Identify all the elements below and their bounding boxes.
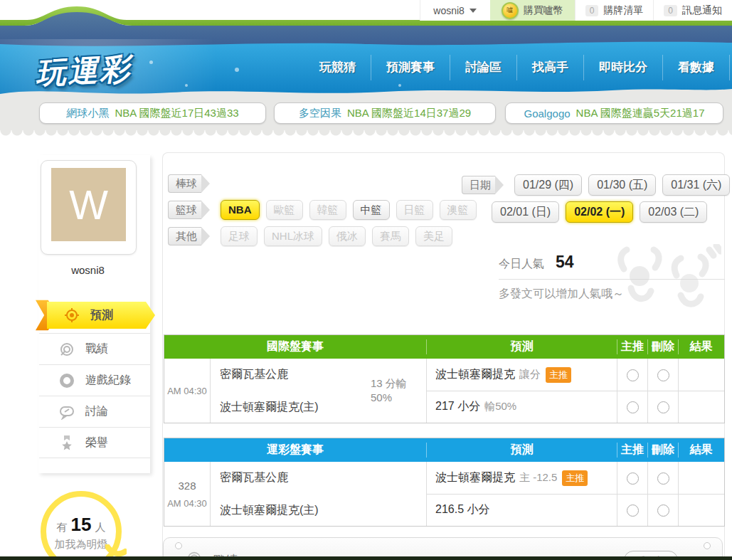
avatar-letter: W: [69, 181, 108, 228]
sparkle-dot: [235, 68, 239, 72]
hot-player-pill[interactable]: 多空因果 NBA 國際盤近14日37過29: [274, 102, 496, 124]
game-time: AM 04:30: [167, 498, 207, 509]
column-header-delete: 刪除: [647, 339, 678, 354]
sidebar-item-label: 榮譽: [85, 435, 108, 450]
followers-prefix: 有: [57, 521, 68, 534]
prediction-pick: 216.5 小分: [435, 502, 489, 517]
date-button-0202[interactable]: 02/02 (一): [566, 201, 633, 223]
hot-player-record: NBA 國際盤近14日37過29: [347, 107, 471, 120]
cheer-watermark: [590, 244, 721, 322]
followers-caption: 加我為明燈: [55, 538, 108, 551]
target-swirl-icon: [59, 342, 75, 357]
crosshair-icon: [64, 307, 80, 323]
date-filter-row-2: 02/01 (日) 02/02 (一) 02/03 (二): [492, 201, 707, 223]
main-panel: 棒球 籃球 NBA 歐籃 韓籃 中籃 日籃 澳籃 其他 足球 NHL冰球 俄冰 …: [162, 152, 725, 560]
hot-player-pill[interactable]: 網球小黑 NBA 國際盤近17日43過33: [39, 102, 266, 124]
followers-suffix: 人: [95, 521, 105, 534]
hot-player-record: NBA 國際盤連贏5天21過17: [576, 107, 705, 120]
delete-radio[interactable]: [657, 472, 669, 485]
deco-ring-icon: [175, 542, 182, 549]
sidebar-item-game-history[interactable]: 遊戲紀錄: [39, 364, 150, 396]
hot-player-record: NBA 國際盤近17日43過33: [115, 107, 238, 120]
buy-coins-button[interactable]: 嚧 購買嚧幣: [490, 0, 575, 21]
followers-count: 15: [71, 514, 92, 536]
avatar-card[interactable]: W: [41, 160, 137, 255]
nav-item-player-search[interactable]: 玩家搜尋: [729, 55, 732, 80]
league-button-soccer: 足球: [221, 226, 258, 246]
column-header-event: 國際盤賽事: [164, 339, 426, 354]
prediction-cell: 波士頓塞爾提克 主 -12.5 主推: [427, 462, 617, 494]
medal-icon: [59, 435, 75, 450]
sidebar-item-honors[interactable]: 榮譽: [39, 427, 150, 458]
date-filter-row-1: 日期 01/29 (四) 01/30 (五) 01/31 (六): [462, 174, 730, 196]
league-button-russian-hockey: 俄冰: [329, 226, 366, 246]
main-push-radio[interactable]: [627, 369, 639, 381]
sidebar-item-discussions[interactable]: 討論: [39, 396, 150, 427]
date-button-0131[interactable]: 01/31 (六): [662, 174, 730, 196]
deco-ring-icon: [704, 542, 711, 549]
delete-radio[interactable]: [657, 369, 669, 381]
date-button-0130[interactable]: 01/30 (五): [588, 174, 656, 196]
filter-row-basketball: 籃球 NBA 歐籃 韓籃 中籃 日籃 澳籃: [168, 200, 477, 220]
nav-item-find-experts[interactable]: 找高手: [516, 55, 583, 80]
league-button-nba[interactable]: NBA: [221, 200, 260, 220]
prediction-type: 讓分: [519, 368, 541, 381]
top-bar: wosni8 嚧 購買嚧幣 0 購牌清單 0 訊息通知: [420, 0, 732, 21]
date-button-0201[interactable]: 02/01 (日): [492, 201, 559, 223]
nav-item-stats[interactable]: 看數據: [662, 55, 729, 80]
sidebar-item-label: 預測: [90, 308, 113, 323]
main-push-badge: 主推: [546, 367, 571, 383]
user-menu[interactable]: wosni8: [420, 0, 490, 21]
main-nav: 玩競猜 預測賽事 討論區 找高手 即時比分 看數據 玩家搜尋: [304, 55, 732, 80]
prediction-cell: 波士頓塞爾提克 讓分 主推: [427, 359, 617, 391]
popularity-row: 今日人氣 54: [499, 253, 574, 272]
table-row: 328 AM 04:30 密爾瓦基公鹿 波士頓塞爾提克(主) 波士頓塞爾提克 主…: [164, 462, 724, 526]
date-button-0129[interactable]: 01/29 (四): [514, 174, 582, 196]
league-button-japan: 日籃: [396, 200, 433, 220]
prediction-pick: 波士頓塞爾提克: [435, 367, 515, 382]
handicap-line: 13 分輸 50%: [371, 376, 407, 405]
main-push-badge: 主推: [562, 470, 588, 486]
nav-item-forum[interactable]: 討論區: [450, 55, 516, 80]
sport-tag-baseball: 棒球: [168, 174, 201, 193]
nav-item-live-scores[interactable]: 即時比分: [583, 55, 662, 80]
prediction-cell: 217 小分 輸50%: [427, 391, 617, 423]
table-row: AM 04:30 密爾瓦基公鹿 波士頓塞爾提克(主) 13 分輸 50% 波士頓…: [164, 359, 724, 423]
game-time-cell: 328 AM 04:30: [164, 462, 210, 526]
sidebar-item-record[interactable]: 戰績: [39, 333, 150, 364]
prediction-type: 主 -12.5: [519, 471, 557, 485]
date-button-0203[interactable]: 02/03 (二): [640, 201, 707, 223]
followers-line: 有 15 人: [57, 514, 106, 536]
bottom-edge-bar: [0, 556, 732, 560]
league-button-china[interactable]: 中籃: [353, 200, 390, 220]
game-time-cell: AM 04:30: [164, 359, 210, 423]
away-team: 密爾瓦基公鹿: [220, 470, 288, 485]
filter-row-baseball: 棒球: [168, 174, 214, 193]
sidebar-item-label: 討論: [85, 404, 108, 419]
home-team: 波士頓塞爾提克(主): [220, 503, 319, 518]
popularity-label: 今日人氣: [499, 257, 544, 272]
sidebar-item-label: 戰績: [85, 342, 108, 356]
main-push-radio[interactable]: [627, 472, 639, 485]
nav-item-play-quiz[interactable]: 玩競猜: [304, 55, 371, 80]
avatar: W: [51, 168, 126, 241]
prediction-pick: 波士頓塞爾提克: [435, 470, 515, 485]
hot-player-pill[interactable]: Goalgogo NBA 國際盤連贏5天21過17: [505, 102, 723, 124]
sidebar-item-predictions[interactable]: 預測: [47, 302, 155, 329]
delete-radio[interactable]: [657, 504, 669, 517]
buy-coins-label: 購買嚧幣: [524, 4, 563, 17]
site-logo[interactable]: 玩運彩: [35, 49, 133, 94]
filter-row-other: 其他 足球 NHL冰球 俄冰 賽馬 美足: [168, 226, 452, 246]
column-header-prediction: 預測: [426, 443, 617, 458]
league-button-football: 美足: [415, 226, 452, 246]
column-header-event: 運彩盤賽事: [164, 443, 426, 458]
main-push-radio[interactable]: [627, 504, 639, 517]
league-button-euro: 歐籃: [266, 200, 303, 220]
nav-item-predict-games[interactable]: 預測賽事: [371, 55, 450, 80]
league-button-nhl: NHL冰球: [264, 226, 322, 246]
main-push-radio[interactable]: [627, 401, 639, 413]
ring-icon: [59, 373, 75, 389]
cart-menu[interactable]: 0 購牌清單: [575, 0, 654, 21]
delete-radio[interactable]: [657, 401, 669, 413]
notification-menu[interactable]: 0 訊息通知: [653, 0, 732, 21]
